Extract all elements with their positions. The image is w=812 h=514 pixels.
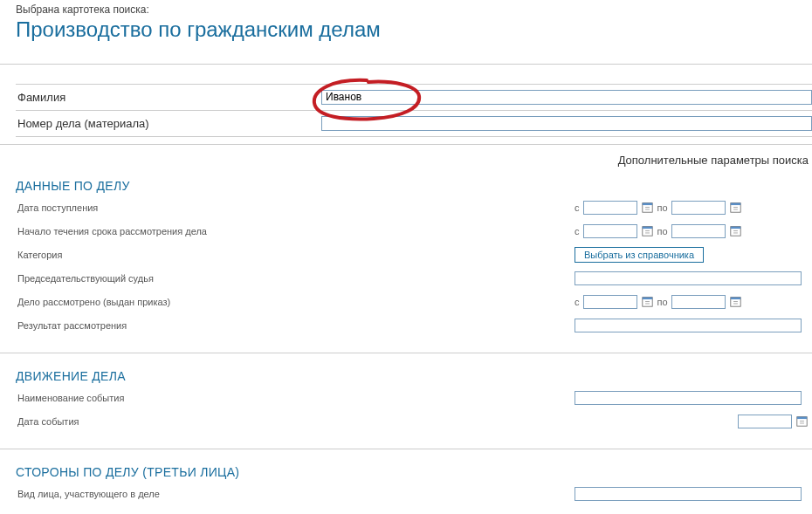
divider: [0, 64, 812, 65]
row-event-name: Наименование события: [16, 390, 812, 406]
divider: [0, 144, 812, 145]
surname-label: Фамилия: [16, 91, 321, 104]
category-lookup-button[interactable]: Выбрать из справочника: [575, 247, 704, 263]
case-number-input[interactable]: [321, 116, 812, 131]
calendar-icon[interactable]: [795, 415, 809, 428]
receipt-date-from-input[interactable]: [583, 201, 637, 215]
case-number-label: Номер дела (материала): [16, 117, 321, 130]
category-label: Категория: [16, 250, 575, 260]
divider: [0, 353, 812, 353]
svg-rect-1: [642, 203, 651, 205]
svg-rect-5: [730, 203, 740, 205]
row-review-start: Начало течения срока рассмотрения дела с…: [16, 223, 812, 239]
top-search-fields: Фамилия Номер дела (материала): [16, 84, 812, 137]
calendar-icon[interactable]: [641, 295, 654, 308]
result-input[interactable]: [575, 319, 802, 332]
page-title: Производство по гражданским делам: [16, 17, 812, 43]
row-receipt-date: Дата поступления с по: [16, 200, 812, 216]
review-start-label: Начало течения срока рассмотрения дела: [16, 226, 575, 236]
calendar-icon[interactable]: [729, 201, 742, 214]
reviewed-label: Дело рассмотрено (выдан приказ): [16, 297, 575, 307]
from-label: с: [575, 297, 580, 307]
surname-input[interactable]: [321, 90, 812, 105]
row-category: Категория Выбрать из справочника: [16, 247, 812, 263]
from-label: с: [575, 202, 580, 213]
row-result: Результат рассмотрения: [16, 318, 812, 333]
section-movement-title: ДВИЖЕНИЕ ДЕЛА: [16, 369, 812, 383]
svg-rect-17: [642, 298, 651, 299]
from-label: с: [575, 226, 580, 236]
section-parties-title: СТОРОНЫ ПО ДЕЛУ (ТРЕТЬИ ЛИЦА): [16, 465, 812, 479]
to-label: по: [657, 202, 668, 213]
receipt-date-to-input[interactable]: [671, 201, 726, 215]
svg-rect-13: [730, 227, 740, 229]
event-name-label: Наименование события: [16, 393, 575, 403]
pre-title: Выбрана картотека поиска:: [16, 3, 812, 16]
judge-label: Председательствующий судья: [16, 273, 575, 284]
svg-rect-21: [730, 298, 740, 299]
svg-rect-9: [642, 227, 651, 229]
row-judge: Председательствующий судья: [16, 271, 812, 286]
to-label: по: [657, 297, 668, 307]
event-name-input[interactable]: [575, 391, 802, 405]
review-start-from-input[interactable]: [583, 224, 637, 238]
calendar-icon[interactable]: [641, 201, 654, 214]
section-case-title: ДАННЫЕ ПО ДЕЛУ: [16, 179, 812, 193]
calendar-icon[interactable]: [729, 295, 742, 308]
row-reviewed: Дело рассмотрено (выдан приказ) с по: [16, 294, 812, 310]
svg-rect-25: [797, 417, 807, 419]
event-date-label: Дата события: [16, 416, 575, 427]
party-type-input[interactable]: [575, 487, 802, 501]
divider: [0, 449, 812, 449]
review-start-to-input[interactable]: [671, 224, 726, 238]
event-date-input[interactable]: [738, 415, 792, 428]
result-label: Результат рассмотрения: [16, 320, 575, 331]
row-case-number: Номер дела (материала): [16, 111, 812, 137]
extra-params-link[interactable]: Дополнительные параметры поиска: [0, 150, 812, 172]
row-party-type: Вид лица, участвующего в деле: [16, 486, 812, 502]
row-surname: Фамилия: [16, 84, 812, 111]
party-type-label: Вид лица, участвующего в деле: [16, 489, 575, 499]
judge-input[interactable]: [575, 271, 802, 285]
receipt-date-label: Дата поступления: [16, 202, 575, 213]
reviewed-from-input[interactable]: [583, 295, 637, 309]
row-event-date: Дата события: [16, 414, 812, 429]
reviewed-to-input[interactable]: [671, 295, 726, 309]
calendar-icon[interactable]: [641, 224, 654, 237]
to-label: по: [657, 226, 668, 236]
calendar-icon[interactable]: [729, 224, 742, 237]
